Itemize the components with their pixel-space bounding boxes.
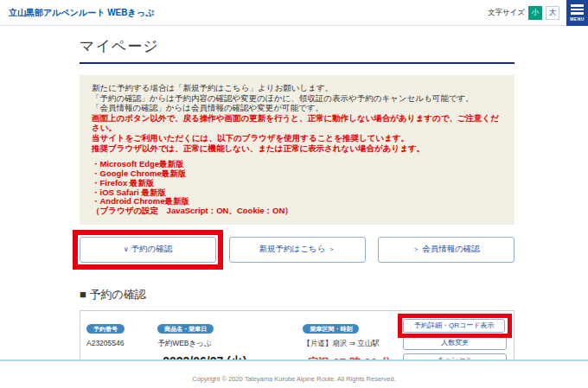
action-slot: 新規予約はこちら ＞ bbox=[229, 237, 366, 263]
font-size-large-button[interactable]: 大 bbox=[546, 6, 559, 20]
browser-list: ・Microsoft Edge最新版 ・Google Chrome最新版 ・Fi… bbox=[92, 160, 502, 216]
reservation-check-label: 予約の確認 bbox=[131, 244, 173, 255]
hamburger-icon bbox=[571, 4, 584, 15]
header: 立山黒部アルペンルート WEBきっぷ 文字サイズ 小 大 MENU bbox=[0, 0, 588, 26]
page: 立山黒部アルペンルート WEBきっぷ 文字サイズ 小 大 MENU マイページ … bbox=[0, 0, 588, 388]
route-value: 【片道】扇沢 ⇒ 立山駅 bbox=[303, 339, 402, 349]
new-reservation-button[interactable]: 新規予約はこちら ＞ bbox=[229, 237, 366, 263]
product-name-value: 予約WEBきっぷ bbox=[157, 339, 303, 349]
page-title: マイページ bbox=[80, 36, 514, 64]
reservation-detail-qr-button[interactable]: 予約詳細・QRコード表示 bbox=[403, 319, 505, 333]
font-size-label: 文字サイズ bbox=[488, 8, 525, 18]
notice-box: 新たに予約する場合は「新規予約はこちら」よりお願いします。 「予約の確認」からは… bbox=[80, 75, 514, 225]
warning-line: 画面上のボタン以外で、戻る操作や画面の更新を行うと、正常に動作しない場合がありま… bbox=[92, 113, 502, 133]
action-slot: ＞ 会員情報の確認 bbox=[378, 237, 514, 263]
change-people-count-button[interactable]: 人数変更 bbox=[403, 336, 507, 350]
warning-line: 当サイトをご利用いただくには、以下のブラウザを使用することを推奨しています。 bbox=[92, 133, 502, 143]
browser-settings-note: （ブラウザの設定 JavaScript：ON、Cookie：ON） bbox=[92, 207, 502, 216]
site-title-link[interactable]: 立山黒部アルペンルート WEBきっぷ bbox=[9, 7, 154, 19]
copyright-text: Copyright © 2020 Tateyama Kurobe Alpine … bbox=[192, 375, 396, 383]
section-title: ■ 予約の確認 bbox=[80, 287, 514, 302]
footer: Copyright © 2020 Tateyama Kurobe Alpine … bbox=[0, 359, 588, 388]
member-info-label: 会員情報の確認 bbox=[422, 244, 480, 255]
annotation-highlight-qr-button: 予約詳細・QRコード表示 bbox=[398, 314, 512, 338]
chevron-down-icon: ∨ bbox=[124, 245, 129, 253]
chevron-right-icon: ＞ bbox=[328, 245, 335, 254]
notice-line: 「予約の確認」からは予約内容の確認や変更のほかに、領収証の表示や予約のキャンセル… bbox=[92, 93, 502, 104]
action-buttons-row: ∨ 予約の確認 新規予約はこちら ＞ ＞ 会員情報の確認 bbox=[80, 237, 514, 263]
menu-button[interactable]: MENU bbox=[566, 0, 588, 26]
main-content: マイページ 新たに予約する場合は「新規予約はこちら」よりお願いします。 「予約の… bbox=[80, 36, 514, 388]
chevron-right-icon: ＞ bbox=[412, 245, 419, 254]
browser-item: ・Firefox 最新版 bbox=[92, 179, 502, 188]
reservation-number-badge: 予約番号 bbox=[86, 324, 125, 334]
annotation-highlight-reservation-check: ∨ 予約の確認 bbox=[73, 230, 223, 270]
action-slot: ∨ 予約の確認 bbox=[80, 237, 216, 263]
route-badge: 乗車区間・時刻 bbox=[303, 324, 359, 334]
reservation-number-value: A23205546 bbox=[86, 339, 157, 347]
member-info-button[interactable]: ＞ 会員情報の確認 bbox=[378, 237, 514, 263]
warning-line: 推奨ブラウザ以外では、正常に機能しない、または正常に表示されない場合があります。 bbox=[92, 143, 502, 154]
font-size-controls: 文字サイズ 小 大 bbox=[488, 6, 559, 20]
notice-line: 新たに予約する場合は「新規予約はこちら」よりお願いします。 bbox=[92, 83, 502, 93]
section-marker-icon: ■ bbox=[80, 288, 86, 301]
notice-line: 「会員情報の確認」からは会員情報の確認や変更が可能です。 bbox=[92, 103, 502, 113]
new-reservation-label: 新規予約はこちら bbox=[259, 244, 326, 255]
product-badge: 商品名・乗車日 bbox=[157, 324, 214, 334]
reservation-check-button[interactable]: ∨ 予約の確認 bbox=[80, 237, 216, 263]
font-size-small-button[interactable]: 小 bbox=[528, 6, 542, 20]
section-title-label: 予約の確認 bbox=[89, 288, 145, 301]
menu-button-label: MENU bbox=[570, 16, 585, 22]
